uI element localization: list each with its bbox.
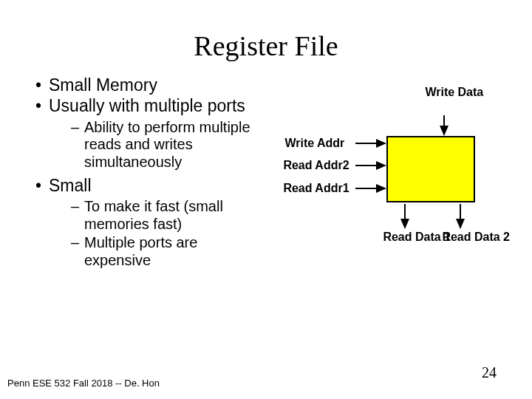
slide-title: Register File (22, 30, 510, 62)
bullet-text: Small (49, 176, 92, 195)
bullet-text: Usually with multiple ports (49, 96, 245, 115)
bullet-item: Usually with multiple ports Ability to p… (35, 96, 261, 171)
sub-bullet-list: To make it fast (small memories fast) Mu… (49, 198, 261, 269)
content-row: Small Memory Usually with multiple ports… (22, 75, 510, 297)
sub-bullet-item: To make it fast (small memories fast) (71, 198, 261, 233)
sub-bullet-list: Ability to perform multiple reads and wr… (49, 119, 261, 171)
diagram-column: Write Data Write Addr Read Addr2 Read Ad… (261, 75, 510, 297)
sub-bullet-item: Multiple ports are expensive (71, 234, 261, 269)
footer-text: Penn ESE 532 Fall 2018 -- De. Hon (7, 378, 160, 389)
page-number: 24 (482, 364, 497, 381)
bullet-list: Small Memory Usually with multiple ports… (22, 75, 261, 269)
register-file-diagram: Write Data Write Addr Read Addr2 Read Ad… (261, 90, 510, 297)
bullet-item: Small To make it fast (small memories fa… (35, 176, 261, 270)
sub-bullet-item: Ability to perform multiple reads and wr… (71, 119, 261, 171)
bullet-item: Small Memory (35, 75, 261, 95)
diagram-arrows (261, 90, 505, 275)
slide: Register File Small Memory Usually with … (0, 0, 532, 399)
text-column: Small Memory Usually with multiple ports… (22, 75, 261, 297)
